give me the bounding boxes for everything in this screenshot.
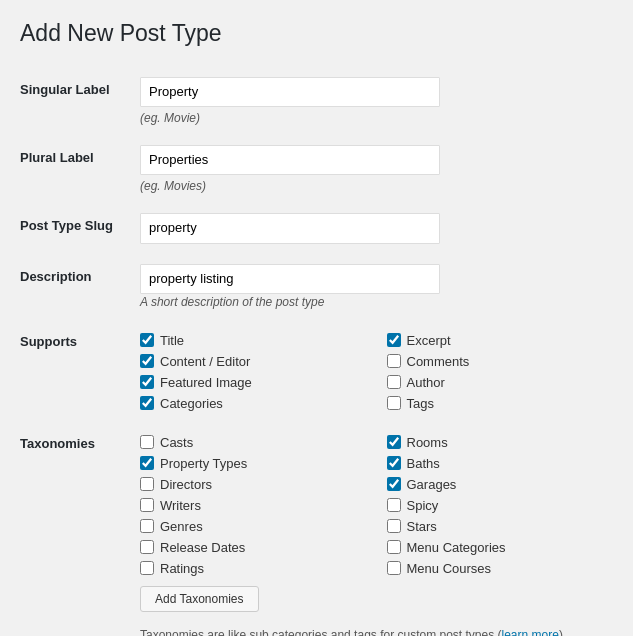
- tax-ratings-item: Ratings: [140, 561, 367, 576]
- description-th: Description: [20, 254, 140, 319]
- form-table: Singular Label (eg. Movie) Plural Label …: [20, 67, 613, 636]
- supports-categories-label[interactable]: Categories: [160, 396, 223, 411]
- supports-featured-image-label[interactable]: Featured Image: [160, 375, 252, 390]
- taxonomies-note: Taxonomies are like sub categories and t…: [140, 628, 613, 636]
- singular-label-input[interactable]: [140, 77, 440, 107]
- plural-label-td: (eg. Movies): [140, 135, 613, 203]
- supports-author-label[interactable]: Author: [407, 375, 445, 390]
- tax-writers-checkbox[interactable]: [140, 498, 154, 512]
- supports-excerpt-item: Excerpt: [387, 333, 614, 348]
- tax-directors-item: Directors: [140, 477, 367, 492]
- tax-writers-label[interactable]: Writers: [160, 498, 201, 513]
- supports-tags-checkbox[interactable]: [387, 396, 401, 410]
- post-type-slug-input[interactable]: [140, 213, 440, 243]
- taxonomies-note-text: Taxonomies are like sub categories and t…: [140, 628, 494, 636]
- plural-label-th: Plural Label: [20, 135, 140, 203]
- supports-comments-checkbox[interactable]: [387, 354, 401, 368]
- post-type-slug-th: Post Type Slug: [20, 203, 140, 253]
- singular-label-row: Singular Label (eg. Movie): [20, 67, 613, 135]
- tax-casts-checkbox[interactable]: [140, 435, 154, 449]
- taxonomies-label: Taxonomies: [20, 436, 95, 451]
- tax-rooms-label[interactable]: Rooms: [407, 435, 448, 450]
- tax-menu-categories-label[interactable]: Menu Categories: [407, 540, 506, 555]
- tax-garages-checkbox[interactable]: [387, 477, 401, 491]
- plural-label-label: Plural Label: [20, 150, 94, 165]
- tax-baths-label[interactable]: Baths: [407, 456, 440, 471]
- tax-property-types-label[interactable]: Property Types: [160, 456, 247, 471]
- tax-release-dates-label[interactable]: Release Dates: [160, 540, 245, 555]
- supports-title-label[interactable]: Title: [160, 333, 184, 348]
- tax-menu-courses-label[interactable]: Menu Courses: [407, 561, 492, 576]
- description-label: Description: [20, 269, 92, 284]
- tax-garages-label[interactable]: Garages: [407, 477, 457, 492]
- tax-stars-item: Stars: [387, 519, 614, 534]
- supports-comments-item: Comments: [387, 354, 614, 369]
- supports-content-item: Content / Editor: [140, 354, 367, 369]
- learn-more-link[interactable]: learn more: [502, 628, 559, 636]
- taxonomies-td: Casts Rooms Property Types: [140, 421, 613, 636]
- tax-ratings-label[interactable]: Ratings: [160, 561, 204, 576]
- tax-baths-checkbox[interactable]: [387, 456, 401, 470]
- tax-writers-item: Writers: [140, 498, 367, 513]
- supports-excerpt-label[interactable]: Excerpt: [407, 333, 451, 348]
- supports-author-item: Author: [387, 375, 614, 390]
- tax-casts-item: Casts: [140, 435, 367, 450]
- tax-genres-label[interactable]: Genres: [160, 519, 203, 534]
- taxonomies-th: Taxonomies: [20, 421, 140, 636]
- singular-label-th: Singular Label: [20, 67, 140, 135]
- tax-casts-label[interactable]: Casts: [160, 435, 193, 450]
- tax-release-dates-item: Release Dates: [140, 540, 367, 555]
- tax-stars-label[interactable]: Stars: [407, 519, 437, 534]
- supports-featured-image-item: Featured Image: [140, 375, 367, 390]
- post-type-slug-row: Post Type Slug: [20, 203, 613, 253]
- singular-label-label: Singular Label: [20, 82, 110, 97]
- tax-directors-checkbox[interactable]: [140, 477, 154, 491]
- tax-menu-categories-checkbox[interactable]: [387, 540, 401, 554]
- post-type-slug-label: Post Type Slug: [20, 218, 113, 233]
- tax-rooms-checkbox[interactable]: [387, 435, 401, 449]
- page-title: Add New Post Type: [20, 20, 613, 47]
- supports-checkboxes: Title Excerpt Content / Editor: [140, 333, 613, 411]
- tax-menu-courses-item: Menu Courses: [387, 561, 614, 576]
- plural-label-row: Plural Label (eg. Movies): [20, 135, 613, 203]
- supports-content-label[interactable]: Content / Editor: [160, 354, 250, 369]
- tax-release-dates-checkbox[interactable]: [140, 540, 154, 554]
- tax-spicy-label[interactable]: Spicy: [407, 498, 439, 513]
- supports-author-checkbox[interactable]: [387, 375, 401, 389]
- singular-label-td: (eg. Movie): [140, 67, 613, 135]
- supports-content-checkbox[interactable]: [140, 354, 154, 368]
- singular-label-hint: (eg. Movie): [140, 111, 613, 125]
- post-type-slug-td: [140, 203, 613, 253]
- tax-menu-courses-checkbox[interactable]: [387, 561, 401, 575]
- tax-menu-categories-item: Menu Categories: [387, 540, 614, 555]
- taxonomies-row: Taxonomies Casts Rooms: [20, 421, 613, 636]
- supports-tags-label[interactable]: Tags: [407, 396, 434, 411]
- tax-property-types-item: Property Types: [140, 456, 367, 471]
- supports-title-item: Title: [140, 333, 367, 348]
- supports-comments-label[interactable]: Comments: [407, 354, 470, 369]
- tax-ratings-checkbox[interactable]: [140, 561, 154, 575]
- supports-th: Supports: [20, 319, 140, 421]
- tax-stars-checkbox[interactable]: [387, 519, 401, 533]
- tax-directors-label[interactable]: Directors: [160, 477, 212, 492]
- supports-row: Supports Title Excerpt: [20, 319, 613, 421]
- tax-rooms-item: Rooms: [387, 435, 614, 450]
- supports-featured-image-checkbox[interactable]: [140, 375, 154, 389]
- add-taxonomies-button[interactable]: Add Taxonomies: [140, 586, 259, 612]
- supports-categories-checkbox[interactable]: [140, 396, 154, 410]
- tax-genres-item: Genres: [140, 519, 367, 534]
- supports-excerpt-checkbox[interactable]: [387, 333, 401, 347]
- supports-label: Supports: [20, 334, 77, 349]
- supports-title-checkbox[interactable]: [140, 333, 154, 347]
- plural-label-hint: (eg. Movies): [140, 179, 613, 193]
- tax-genres-checkbox[interactable]: [140, 519, 154, 533]
- supports-categories-item: Categories: [140, 396, 367, 411]
- description-hint: A short description of the post type: [140, 295, 324, 309]
- taxonomies-checkboxes: Casts Rooms Property Types: [140, 435, 613, 576]
- plural-label-input[interactable]: [140, 145, 440, 175]
- description-input[interactable]: [140, 264, 440, 294]
- supports-td: Title Excerpt Content / Editor: [140, 319, 613, 421]
- tax-spicy-item: Spicy: [387, 498, 614, 513]
- tax-property-types-checkbox[interactable]: [140, 456, 154, 470]
- tax-spicy-checkbox[interactable]: [387, 498, 401, 512]
